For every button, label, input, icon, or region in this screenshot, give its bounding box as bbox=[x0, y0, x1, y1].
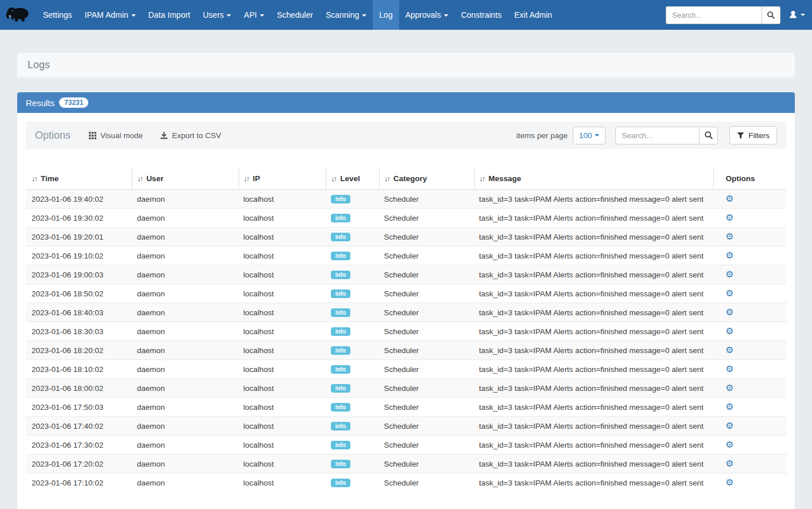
nav-item-scanning[interactable]: Scanning bbox=[319, 0, 373, 30]
cell-options: ⚙ bbox=[714, 398, 786, 417]
chevron-down-icon bbox=[260, 14, 264, 17]
filters-button[interactable]: Filters bbox=[729, 126, 777, 144]
column-header-time[interactable]: ↓↑Time bbox=[26, 168, 132, 190]
navbar-search-button[interactable] bbox=[762, 6, 780, 24]
chevron-down-icon bbox=[227, 14, 231, 17]
export-csv-button[interactable]: Export to CSV bbox=[160, 131, 221, 140]
cell-level: info bbox=[326, 246, 380, 265]
cell-user: daemon bbox=[132, 436, 239, 455]
nav-item-log[interactable]: Log bbox=[373, 0, 399, 30]
nav-item-scheduler[interactable]: Scheduler bbox=[271, 0, 319, 30]
level-badge: info bbox=[331, 327, 350, 336]
cell-options: ⚙ bbox=[714, 246, 786, 265]
navbar-search-input[interactable] bbox=[666, 6, 762, 24]
gear-icon[interactable]: ⚙ bbox=[725, 193, 733, 204]
cell-message: task_id=3 task=IPAM Alerts action=finish… bbox=[474, 265, 714, 284]
cell-user: daemon bbox=[132, 303, 239, 322]
cell-category: Scheduler bbox=[380, 379, 475, 398]
nav-item-exit-admin[interactable]: Exit Admin bbox=[508, 0, 559, 30]
cell-level: info bbox=[326, 379, 380, 398]
nav-item-data-import[interactable]: Data Import bbox=[142, 0, 197, 30]
cell-ip: localhost bbox=[239, 473, 326, 492]
results-title: Results bbox=[26, 98, 54, 108]
cell-category: Scheduler bbox=[380, 455, 475, 473]
nav-item-ipam-admin[interactable]: IPAM Admin bbox=[79, 0, 142, 30]
nav-item-api[interactable]: API bbox=[237, 0, 271, 30]
cell-category: Scheduler bbox=[380, 417, 475, 436]
cell-time: 2023-01-06 17:20:02 bbox=[26, 455, 132, 473]
log-table-row: 2023-01-06 17:10:02daemonlocalhostinfoSc… bbox=[26, 473, 786, 492]
cell-level: info bbox=[326, 398, 380, 417]
column-header-category[interactable]: ↓↑Category bbox=[380, 168, 475, 190]
cell-user: daemon bbox=[132, 228, 239, 246]
visual-mode-button[interactable]: Visual mode bbox=[89, 131, 143, 140]
nav-item-settings[interactable]: Settings bbox=[37, 0, 79, 30]
level-badge: info bbox=[331, 441, 350, 449]
cell-ip: localhost bbox=[239, 284, 326, 303]
cell-category: Scheduler bbox=[380, 473, 475, 492]
cell-ip: localhost bbox=[239, 209, 326, 228]
cell-options: ⚙ bbox=[714, 265, 786, 284]
cell-user: daemon bbox=[132, 209, 239, 228]
nav-item-users[interactable]: Users bbox=[197, 0, 238, 30]
cell-time: 2023-01-06 17:30:02 bbox=[26, 436, 132, 455]
cell-options: ⚙ bbox=[714, 284, 786, 303]
level-badge: info bbox=[331, 233, 350, 241]
gear-icon[interactable]: ⚙ bbox=[725, 401, 733, 412]
visual-mode-label: Visual mode bbox=[100, 131, 143, 140]
items-per-page-label: items per page bbox=[516, 131, 567, 140]
table-search-button[interactable] bbox=[699, 127, 718, 144]
gear-icon[interactable]: ⚙ bbox=[725, 231, 733, 242]
gear-icon[interactable]: ⚙ bbox=[725, 420, 733, 431]
cell-message: task_id=3 task=IPAM Alerts action=finish… bbox=[474, 455, 714, 473]
gear-icon[interactable]: ⚙ bbox=[725, 382, 733, 393]
log-table-row: 2023-01-06 19:20:01daemonlocalhostinfoSc… bbox=[26, 228, 786, 246]
level-badge: info bbox=[331, 252, 350, 260]
column-header-user[interactable]: ↓↑User bbox=[132, 168, 239, 190]
cell-category: Scheduler bbox=[380, 190, 475, 209]
table-search-group bbox=[615, 127, 718, 144]
table-search-input[interactable] bbox=[615, 127, 699, 144]
cell-category: Scheduler bbox=[380, 228, 475, 246]
level-badge: info bbox=[331, 460, 350, 468]
cell-time: 2023-01-06 17:40:02 bbox=[26, 417, 132, 436]
gear-icon[interactable]: ⚙ bbox=[725, 344, 733, 355]
cell-time: 2023-01-06 18:40:03 bbox=[26, 303, 132, 322]
gear-icon[interactable]: ⚙ bbox=[725, 307, 733, 318]
gear-icon[interactable]: ⚙ bbox=[725, 288, 733, 299]
column-header-level[interactable]: ↓↑Level bbox=[326, 168, 380, 190]
cell-category: Scheduler bbox=[380, 398, 475, 417]
phpipam-logo[interactable] bbox=[0, 0, 37, 30]
column-header-ip[interactable]: ↓↑IP bbox=[239, 168, 326, 190]
gear-icon[interactable]: ⚙ bbox=[725, 326, 733, 336]
gear-icon[interactable]: ⚙ bbox=[725, 439, 733, 450]
cell-message: task_id=3 task=IPAM Alerts action=finish… bbox=[474, 360, 714, 379]
user-menu[interactable] bbox=[788, 10, 805, 19]
gear-icon[interactable]: ⚙ bbox=[725, 458, 733, 469]
search-icon bbox=[767, 11, 775, 19]
options-toolbar: Options Visual mode bbox=[26, 122, 786, 149]
cell-time: 2023-01-06 18:00:02 bbox=[26, 379, 132, 398]
cell-message: task_id=3 task=IPAM Alerts action=finish… bbox=[474, 398, 714, 417]
gear-icon[interactable]: ⚙ bbox=[725, 477, 733, 488]
log-table-row: 2023-01-06 19:40:02daemonlocalhostinfoSc… bbox=[26, 190, 786, 209]
cell-time: 2023-01-06 19:40:02 bbox=[26, 190, 132, 209]
page-size-dropdown[interactable]: 100 bbox=[573, 127, 606, 144]
nav-item-approvals[interactable]: Approvals bbox=[399, 0, 455, 30]
cell-time: 2023-01-06 18:10:02 bbox=[26, 360, 132, 379]
column-header-message[interactable]: ↓↑Message bbox=[474, 168, 714, 190]
cell-user: daemon bbox=[132, 417, 239, 436]
nav-item-constraints[interactable]: Constraints bbox=[455, 0, 508, 30]
gear-icon[interactable]: ⚙ bbox=[725, 212, 733, 223]
cell-message: task_id=3 task=IPAM Alerts action=finish… bbox=[474, 379, 714, 398]
cell-level: info bbox=[326, 417, 380, 436]
cell-ip: localhost bbox=[239, 398, 326, 417]
cell-message: task_id=3 task=IPAM Alerts action=finish… bbox=[474, 322, 714, 341]
gear-icon[interactable]: ⚙ bbox=[725, 250, 733, 261]
gear-icon[interactable]: ⚙ bbox=[725, 269, 733, 280]
cell-level: info bbox=[326, 228, 380, 246]
gear-icon[interactable]: ⚙ bbox=[725, 363, 733, 374]
sort-icon: ↓↑ bbox=[32, 174, 37, 183]
cell-user: daemon bbox=[132, 322, 239, 341]
cell-user: daemon bbox=[132, 398, 239, 417]
